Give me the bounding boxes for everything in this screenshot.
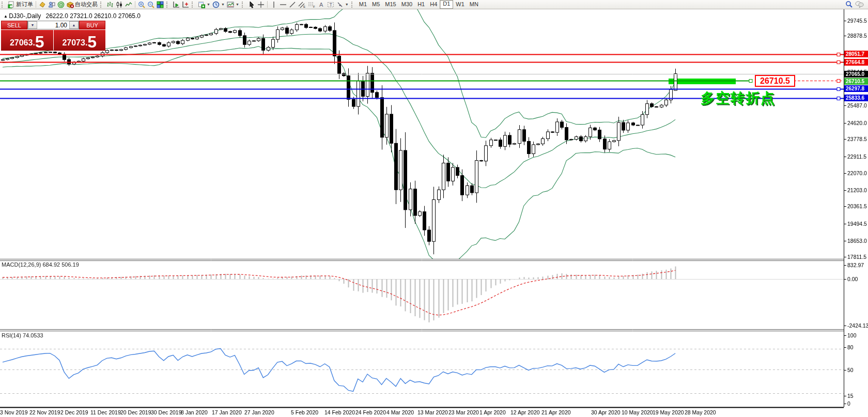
timeframe-h4[interactable]: H4	[427, 1, 440, 8]
timeframe-h1[interactable]: H1	[415, 1, 427, 8]
text-label-button[interactable]: T	[326, 1, 335, 9]
toolbar-grip[interactable]	[192, 2, 195, 8]
dropdown-caret-icon: ▼	[345, 3, 349, 6]
date-axis-label: 11 Dec 2019	[90, 409, 121, 415]
price-axis-tick: 21203.0	[847, 187, 867, 193]
text-button[interactable]: A	[317, 1, 326, 9]
toolbar-grip[interactable]	[166, 2, 170, 8]
chart-shift-icon	[173, 1, 180, 8]
price-axis-tick: 29745.5	[847, 18, 867, 24]
signal-button[interactable]	[56, 1, 66, 9]
styler-button[interactable]	[38, 1, 47, 9]
sell-price-main: 27063	[10, 36, 33, 50]
timeframe-m1[interactable]: M1	[357, 1, 369, 8]
vertical-line-button[interactable]	[269, 1, 278, 9]
price-axis-tick: 28878.5	[847, 33, 867, 39]
date-axis-label: 3 Nov 2019	[0, 409, 28, 415]
buy-price-frac: 5	[87, 34, 97, 50]
auto-trading-label: 自动交易	[75, 1, 98, 8]
toolbar-grip[interactable]	[2, 2, 5, 8]
chart-canvas	[0, 0, 868, 417]
candlestick-chart-button[interactable]	[115, 1, 124, 9]
symbol-triangle-icon: ▲	[4, 14, 9, 19]
zoom-out-button[interactable]	[146, 1, 156, 9]
person-chart-icon	[48, 1, 55, 8]
price-annotation-label[interactable]: 26710.5	[755, 75, 795, 87]
chart-template-button[interactable]: ▼	[226, 1, 240, 9]
price-level-badge: 27065.0	[844, 71, 868, 78]
chat-icon	[855, 1, 864, 8]
buy-price-display[interactable]: 27073.5	[54, 30, 106, 51]
auto-trading-button[interactable]: 自动交易	[66, 1, 99, 9]
new-order-icon	[8, 1, 15, 8]
cursor-icon	[248, 1, 255, 8]
timeframe-d1[interactable]: D1	[440, 0, 453, 9]
sell-button[interactable]: SELL	[1, 21, 27, 29]
timeframe-m30[interactable]: M30	[399, 1, 415, 8]
rsi-indicator-label: RSI(14) 74.0533	[2, 332, 43, 338]
horizontal-line-button[interactable]	[278, 1, 288, 9]
date-axis-label: 8 Jan 2020	[181, 409, 208, 415]
horizontal-line-icon	[280, 1, 287, 8]
date-axis-label: 27 Jan 2020	[244, 409, 274, 415]
date-axis-label: 17 Jan 2020	[212, 409, 242, 415]
new-chart-button[interactable]: ▼	[197, 1, 211, 9]
tile-windows-button[interactable]	[156, 1, 165, 9]
volume-increase-button[interactable]: ▲	[69, 21, 79, 29]
crosshair-button[interactable]	[256, 1, 266, 9]
dropdown-caret-icon: ▼	[221, 3, 225, 6]
signal-icon	[57, 1, 65, 8]
chart-shift-button[interactable]	[172, 1, 181, 9]
volume-input[interactable]	[37, 21, 69, 29]
price-axis-tick: 19494.5	[847, 221, 867, 227]
line-chart-icon	[125, 1, 132, 8]
rsi-axis-tick: 0	[847, 400, 850, 407]
toolbar-grip[interactable]	[100, 2, 104, 8]
buy-button[interactable]: BUY	[79, 21, 105, 29]
turning-point-annotation[interactable]: 多空转折点	[701, 89, 776, 107]
fibonacci-button[interactable]: F	[307, 1, 317, 9]
timeframes-clock-button[interactable]: ▼	[211, 1, 226, 9]
toolbar-grip[interactable]	[242, 2, 245, 8]
toolbar-separator	[135, 1, 135, 8]
toolbar-grip[interactable]	[351, 2, 355, 8]
market-watch-button[interactable]	[47, 1, 56, 9]
chart-title: ▲ DJ30-,Daily 26222.0 27321.0 26210.0 27…	[4, 12, 141, 20]
new-order-button[interactable]: 新订单	[7, 1, 34, 9]
timeframe-w1[interactable]: W1	[453, 1, 467, 8]
trading-platform-window: 新订单 自动交易	[0, 0, 868, 417]
chart-autoscroll-button[interactable]	[181, 1, 190, 9]
arrows-button[interactable]: ▼	[335, 1, 350, 9]
date-axis-label: 24 Feb 2020	[355, 409, 386, 415]
rsi-axis-tick: 80	[847, 344, 854, 350]
bar-chart-icon	[106, 1, 114, 8]
date-axis-label: 19 May 2020	[653, 409, 684, 415]
cursor-button[interactable]	[247, 1, 256, 9]
zoom-in-button[interactable]	[137, 1, 146, 9]
clock-icon	[212, 1, 220, 8]
toolbar-separator	[36, 1, 36, 8]
sell-price-display[interactable]: 27063.5	[1, 30, 53, 51]
svg-text:E: E	[303, 5, 305, 8]
timeframe-m15[interactable]: M15	[382, 1, 398, 8]
macd-axis-tick: 0.00	[847, 276, 858, 282]
chat-button[interactable]	[854, 1, 865, 9]
svg-text:T: T	[329, 2, 332, 7]
search-button[interactable]	[844, 1, 854, 9]
arrows-icon	[336, 1, 344, 8]
line-chart-button[interactable]	[124, 1, 133, 9]
timeframe-mn[interactable]: MN	[467, 1, 481, 8]
bar-chart-button[interactable]	[105, 1, 115, 9]
price-axis-tick: 20361.5	[847, 203, 867, 209]
date-axis-label: 23 Mar 2020	[448, 409, 479, 415]
price-axis-tick: 17811.5	[847, 254, 866, 260]
volume-decrease-button[interactable]: ▼	[28, 21, 37, 29]
timeframe-m5[interactable]: M5	[369, 1, 382, 8]
trendline-button[interactable]	[288, 1, 297, 9]
rsi-axis-tick: 100	[847, 332, 857, 338]
macd-indicator-label: MACD(12,26,9) 684.92 506.19	[2, 261, 79, 268]
date-axis-label: 4 Mar 2020	[386, 409, 414, 415]
toolbar: 新订单 自动交易	[0, 0, 868, 9]
chart-autoscroll-icon	[182, 1, 189, 8]
equidistant-channel-button[interactable]: E	[297, 1, 307, 9]
